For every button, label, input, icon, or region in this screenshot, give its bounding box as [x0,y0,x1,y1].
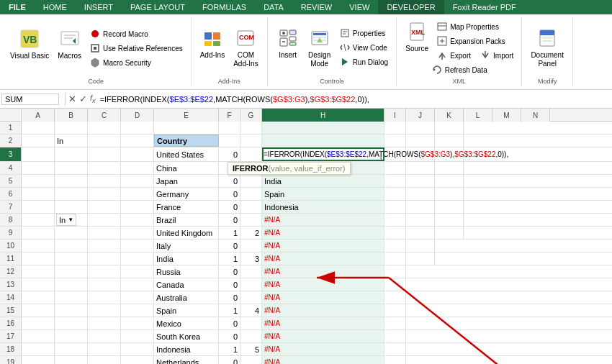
row-num-15[interactable]: 15 [0,304,22,317]
row-num-10[interactable]: 10 [0,240,22,252]
cell-a7[interactable] [22,201,55,213]
cell-i5[interactable] [384,175,406,187]
row-num-13[interactable]: 13 [0,278,22,291]
cell-g17[interactable] [240,330,262,342]
cell-d17[interactable] [121,330,154,342]
cell-h11[interactable]: #N/A [262,252,384,265]
cell-f11[interactable]: 1 [219,252,240,265]
cell-g10[interactable] [240,240,262,252]
cell-e16[interactable]: Mexico [154,317,219,329]
cell-b7[interactable] [55,201,88,213]
cell-c6[interactable] [88,188,121,200]
source-button[interactable]: XML Source [402,19,431,55]
col-header-f[interactable]: F [219,109,240,122]
col-header-e[interactable]: E [154,109,219,122]
cell-b3[interactable] [55,147,88,161]
cell-h5[interactable]: India [262,175,384,187]
confirm-icon[interactable]: ✓ [79,94,87,104]
cell-c19[interactable] [88,356,121,364]
row-num-4[interactable]: 4 [0,162,22,174]
name-box[interactable] [1,94,59,105]
cell-i11[interactable] [384,252,406,265]
properties-button[interactable]: Properties [337,27,390,40]
cell-c13[interactable] [88,278,121,291]
cell-g8[interactable] [240,214,262,226]
cell-d8[interactable] [121,214,154,226]
cell-a14[interactable] [22,291,55,304]
cell-h19[interactable]: #N/A [262,356,384,364]
cell-c9[interactable] [88,227,121,239]
cell-g1[interactable] [240,122,262,134]
cell-f8[interactable]: 0 [219,214,240,226]
cell-a19[interactable] [22,356,55,364]
cell-i2[interactable] [384,135,406,147]
cell-d9[interactable] [121,227,154,239]
cell-a8[interactable] [22,214,55,226]
cell-f13[interactable]: 0 [219,278,240,291]
record-macro-button[interactable]: Record Macro [87,27,185,40]
cell-h18[interactable]: #N/A [262,343,384,355]
col-header-i[interactable]: I [384,109,406,122]
cell-f1[interactable] [219,122,240,134]
cell-i17[interactable] [384,330,406,342]
row-num-1[interactable]: 1 [0,122,22,134]
cell-d14[interactable] [121,291,154,304]
cell-b12[interactable] [55,265,88,278]
cell-g3[interactable] [240,147,262,161]
cell-j11[interactable] [406,252,435,265]
cell-e18[interactable]: Indonesia [154,343,219,355]
cell-a9[interactable] [22,227,55,239]
row-num-19[interactable]: 19 [0,356,22,364]
export-button[interactable]: Export [434,49,473,62]
cell-g7[interactable] [240,201,262,213]
row-num-7[interactable]: 7 [0,201,22,213]
cell-a18[interactable] [22,343,55,355]
cell-g18[interactable]: 5 [240,343,262,355]
cell-j1[interactable] [406,122,435,134]
cell-c17[interactable] [88,330,121,342]
cell-f14[interactable]: 0 [219,291,240,304]
cell-d11[interactable] [121,252,154,265]
cell-e10[interactable]: Italy [154,240,219,252]
cell-a12[interactable] [22,265,55,278]
com-add-ins-button[interactable]: COM COM Add-Ins [230,25,261,70]
cell-e4[interactable]: China [154,162,219,174]
cell-h3[interactable]: =IFERROR(INDEX($E$3:$E$22,MATCH(ROWS($G$… [262,147,384,161]
cell-c7[interactable] [88,201,121,213]
col-header-b[interactable]: B [55,109,88,122]
cell-f6[interactable]: 0 [219,188,240,200]
tab-home[interactable]: HOME [35,0,76,14]
row-num-16[interactable]: 16 [0,317,22,329]
cell-g14[interactable] [240,291,262,304]
cell-f16[interactable]: 0 [219,317,240,329]
col-header-j[interactable]: J [406,109,435,122]
cell-k9[interactable] [435,227,464,239]
row-num-14[interactable]: 14 [0,291,22,304]
cell-g13[interactable] [240,278,262,291]
cell-h17[interactable]: #N/A [262,330,384,342]
cell-g2[interactable] [240,135,262,147]
cell-j7[interactable] [406,201,435,213]
cell-d19[interactable] [121,356,154,364]
cell-i10[interactable] [384,240,406,252]
cell-b11[interactable] [55,252,88,265]
cell-b16[interactable] [55,317,88,329]
cell-f10[interactable]: 0 [219,240,240,252]
cell-e7[interactable]: France [154,201,219,213]
cell-h12[interactable]: #N/A [262,265,384,278]
visual-basic-button[interactable]: VB Visual Basic [7,26,52,62]
cell-b10[interactable] [55,240,88,252]
cell-e12[interactable]: Russia [154,265,219,278]
document-panel-button[interactable]: Document Panel [528,25,567,70]
cell-b9[interactable] [55,227,88,239]
cell-e13[interactable]: Canada [154,278,219,291]
cell-e3[interactable]: United States [154,147,219,161]
cell-a3[interactable] [22,147,55,161]
cell-h13[interactable]: #N/A [262,278,384,291]
cell-h7[interactable]: Indonesia [262,201,384,213]
macros-button[interactable]: Macros [55,26,84,62]
tab-page-layout[interactable]: PAGE LAYOUT [122,0,194,14]
design-mode-button[interactable]: Design Mode [305,25,334,70]
cell-b19[interactable] [55,356,88,364]
cell-d1[interactable] [121,122,154,134]
